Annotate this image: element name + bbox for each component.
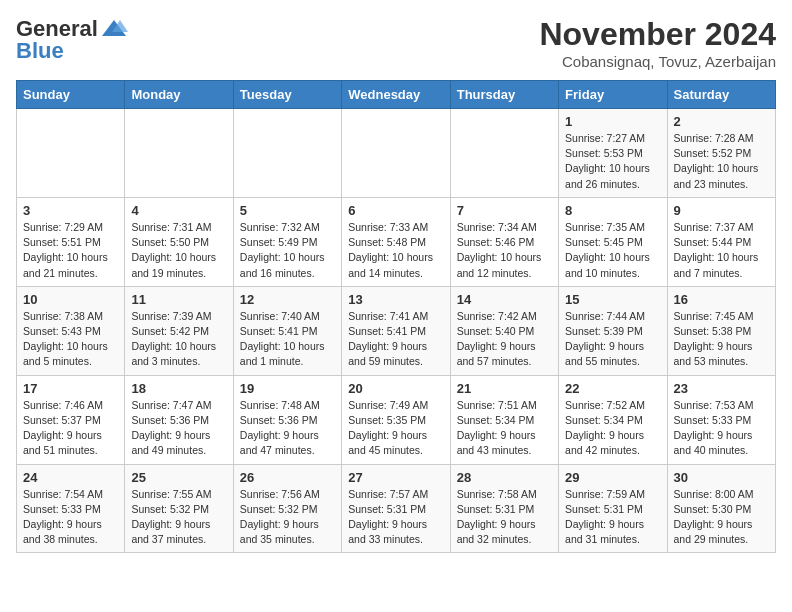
logo-blue-text: Blue: [16, 38, 64, 64]
day-number: 9: [674, 203, 769, 218]
day-info: Sunrise: 7:48 AM Sunset: 5:36 PM Dayligh…: [240, 398, 335, 459]
col-thursday: Thursday: [450, 81, 558, 109]
day-number: 13: [348, 292, 443, 307]
day-number: 8: [565, 203, 660, 218]
table-row: 5Sunrise: 7:32 AM Sunset: 5:49 PM Daylig…: [233, 197, 341, 286]
calendar-header-row: Sunday Monday Tuesday Wednesday Thursday…: [17, 81, 776, 109]
table-row: 24Sunrise: 7:54 AM Sunset: 5:33 PM Dayli…: [17, 464, 125, 553]
calendar-week-row: 17Sunrise: 7:46 AM Sunset: 5:37 PM Dayli…: [17, 375, 776, 464]
calendar-subtitle: Cobansignaq, Tovuz, Azerbaijan: [539, 53, 776, 70]
day-number: 10: [23, 292, 118, 307]
day-number: 4: [131, 203, 226, 218]
day-number: 22: [565, 381, 660, 396]
table-row: 8Sunrise: 7:35 AM Sunset: 5:45 PM Daylig…: [559, 197, 667, 286]
day-number: 12: [240, 292, 335, 307]
calendar-week-row: 10Sunrise: 7:38 AM Sunset: 5:43 PM Dayli…: [17, 286, 776, 375]
calendar-title: November 2024: [539, 16, 776, 53]
day-info: Sunrise: 8:00 AM Sunset: 5:30 PM Dayligh…: [674, 487, 769, 548]
table-row: [233, 109, 341, 198]
table-row: 20Sunrise: 7:49 AM Sunset: 5:35 PM Dayli…: [342, 375, 450, 464]
day-number: 23: [674, 381, 769, 396]
logo-icon: [100, 18, 128, 40]
day-info: Sunrise: 7:52 AM Sunset: 5:34 PM Dayligh…: [565, 398, 660, 459]
day-info: Sunrise: 7:29 AM Sunset: 5:51 PM Dayligh…: [23, 220, 118, 281]
day-info: Sunrise: 7:35 AM Sunset: 5:45 PM Dayligh…: [565, 220, 660, 281]
day-number: 6: [348, 203, 443, 218]
day-info: Sunrise: 7:28 AM Sunset: 5:52 PM Dayligh…: [674, 131, 769, 192]
day-info: Sunrise: 7:55 AM Sunset: 5:32 PM Dayligh…: [131, 487, 226, 548]
day-info: Sunrise: 7:56 AM Sunset: 5:32 PM Dayligh…: [240, 487, 335, 548]
day-info: Sunrise: 7:47 AM Sunset: 5:36 PM Dayligh…: [131, 398, 226, 459]
table-row: [450, 109, 558, 198]
day-info: Sunrise: 7:41 AM Sunset: 5:41 PM Dayligh…: [348, 309, 443, 370]
table-row: 9Sunrise: 7:37 AM Sunset: 5:44 PM Daylig…: [667, 197, 775, 286]
day-number: 2: [674, 114, 769, 129]
table-row: 30Sunrise: 8:00 AM Sunset: 5:30 PM Dayli…: [667, 464, 775, 553]
col-saturday: Saturday: [667, 81, 775, 109]
day-number: 30: [674, 470, 769, 485]
day-info: Sunrise: 7:34 AM Sunset: 5:46 PM Dayligh…: [457, 220, 552, 281]
day-number: 24: [23, 470, 118, 485]
table-row: 11Sunrise: 7:39 AM Sunset: 5:42 PM Dayli…: [125, 286, 233, 375]
col-sunday: Sunday: [17, 81, 125, 109]
day-info: Sunrise: 7:31 AM Sunset: 5:50 PM Dayligh…: [131, 220, 226, 281]
day-number: 19: [240, 381, 335, 396]
table-row: 22Sunrise: 7:52 AM Sunset: 5:34 PM Dayli…: [559, 375, 667, 464]
calendar-week-row: 3Sunrise: 7:29 AM Sunset: 5:51 PM Daylig…: [17, 197, 776, 286]
day-info: Sunrise: 7:44 AM Sunset: 5:39 PM Dayligh…: [565, 309, 660, 370]
table-row: 3Sunrise: 7:29 AM Sunset: 5:51 PM Daylig…: [17, 197, 125, 286]
calendar-week-row: 1Sunrise: 7:27 AM Sunset: 5:53 PM Daylig…: [17, 109, 776, 198]
day-number: 5: [240, 203, 335, 218]
day-info: Sunrise: 7:53 AM Sunset: 5:33 PM Dayligh…: [674, 398, 769, 459]
day-number: 18: [131, 381, 226, 396]
day-info: Sunrise: 7:39 AM Sunset: 5:42 PM Dayligh…: [131, 309, 226, 370]
day-number: 15: [565, 292, 660, 307]
day-info: Sunrise: 7:33 AM Sunset: 5:48 PM Dayligh…: [348, 220, 443, 281]
day-info: Sunrise: 7:57 AM Sunset: 5:31 PM Dayligh…: [348, 487, 443, 548]
day-info: Sunrise: 7:37 AM Sunset: 5:44 PM Dayligh…: [674, 220, 769, 281]
table-row: 4Sunrise: 7:31 AM Sunset: 5:50 PM Daylig…: [125, 197, 233, 286]
day-info: Sunrise: 7:27 AM Sunset: 5:53 PM Dayligh…: [565, 131, 660, 192]
page-header: General Blue November 2024 Cobansignaq, …: [16, 16, 776, 70]
day-info: Sunrise: 7:49 AM Sunset: 5:35 PM Dayligh…: [348, 398, 443, 459]
table-row: 6Sunrise: 7:33 AM Sunset: 5:48 PM Daylig…: [342, 197, 450, 286]
logo: General Blue: [16, 16, 128, 64]
day-number: 17: [23, 381, 118, 396]
day-info: Sunrise: 7:46 AM Sunset: 5:37 PM Dayligh…: [23, 398, 118, 459]
day-number: 26: [240, 470, 335, 485]
calendar-week-row: 24Sunrise: 7:54 AM Sunset: 5:33 PM Dayli…: [17, 464, 776, 553]
table-row: 7Sunrise: 7:34 AM Sunset: 5:46 PM Daylig…: [450, 197, 558, 286]
day-number: 29: [565, 470, 660, 485]
table-row: [17, 109, 125, 198]
table-row: 27Sunrise: 7:57 AM Sunset: 5:31 PM Dayli…: [342, 464, 450, 553]
title-block: November 2024 Cobansignaq, Tovuz, Azerba…: [539, 16, 776, 70]
table-row: 1Sunrise: 7:27 AM Sunset: 5:53 PM Daylig…: [559, 109, 667, 198]
day-number: 20: [348, 381, 443, 396]
col-tuesday: Tuesday: [233, 81, 341, 109]
day-info: Sunrise: 7:51 AM Sunset: 5:34 PM Dayligh…: [457, 398, 552, 459]
table-row: 26Sunrise: 7:56 AM Sunset: 5:32 PM Dayli…: [233, 464, 341, 553]
table-row: 29Sunrise: 7:59 AM Sunset: 5:31 PM Dayli…: [559, 464, 667, 553]
table-row: 28Sunrise: 7:58 AM Sunset: 5:31 PM Dayli…: [450, 464, 558, 553]
table-row: 19Sunrise: 7:48 AM Sunset: 5:36 PM Dayli…: [233, 375, 341, 464]
day-number: 3: [23, 203, 118, 218]
table-row: 12Sunrise: 7:40 AM Sunset: 5:41 PM Dayli…: [233, 286, 341, 375]
day-info: Sunrise: 7:58 AM Sunset: 5:31 PM Dayligh…: [457, 487, 552, 548]
day-number: 21: [457, 381, 552, 396]
day-info: Sunrise: 7:45 AM Sunset: 5:38 PM Dayligh…: [674, 309, 769, 370]
table-row: [342, 109, 450, 198]
day-info: Sunrise: 7:59 AM Sunset: 5:31 PM Dayligh…: [565, 487, 660, 548]
day-number: 7: [457, 203, 552, 218]
table-row: 15Sunrise: 7:44 AM Sunset: 5:39 PM Dayli…: [559, 286, 667, 375]
table-row: [125, 109, 233, 198]
day-info: Sunrise: 7:32 AM Sunset: 5:49 PM Dayligh…: [240, 220, 335, 281]
table-row: 13Sunrise: 7:41 AM Sunset: 5:41 PM Dayli…: [342, 286, 450, 375]
day-number: 14: [457, 292, 552, 307]
table-row: 16Sunrise: 7:45 AM Sunset: 5:38 PM Dayli…: [667, 286, 775, 375]
table-row: 2Sunrise: 7:28 AM Sunset: 5:52 PM Daylig…: [667, 109, 775, 198]
day-info: Sunrise: 7:42 AM Sunset: 5:40 PM Dayligh…: [457, 309, 552, 370]
day-number: 25: [131, 470, 226, 485]
calendar-table: Sunday Monday Tuesday Wednesday Thursday…: [16, 80, 776, 553]
table-row: 14Sunrise: 7:42 AM Sunset: 5:40 PM Dayli…: [450, 286, 558, 375]
day-number: 28: [457, 470, 552, 485]
